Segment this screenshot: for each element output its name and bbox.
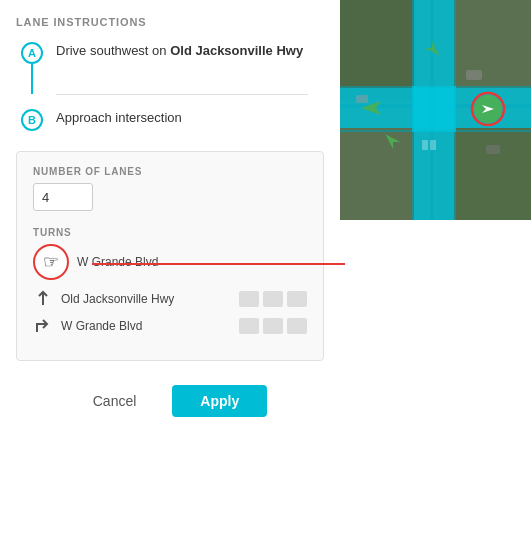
lane-box[interactable] [263,318,283,334]
lane-box[interactable] [239,318,259,334]
turns-label: TURNS [33,227,307,238]
lane-box[interactable] [239,291,259,307]
svg-rect-1 [336,0,416,100]
section-title: LANE INSTRUCTIONS [0,16,340,40]
instruction-row-b: B Approach intersection [16,107,324,143]
instructions-list: A Drive southwest on Old Jacksonville Hw… [0,40,340,143]
instruction-row-a: A Drive southwest on Old Jacksonville Hw… [16,40,324,94]
road-name-bold: Old Jacksonville Hwy [170,43,303,58]
apply-button[interactable]: Apply [172,385,267,417]
instruction-text-a: Drive southwest on Old Jacksonville Hwy [48,40,303,76]
turn-icon-right [33,318,53,334]
waypoint-b: B [21,109,43,131]
number-of-lanes-label: NUMBER OF LANES [33,166,307,177]
svg-rect-20 [466,70,482,80]
turns-section: TURNS ☞ W Grande Blvd [33,227,307,334]
divider-a [56,94,308,95]
waypoint-col-a: A [16,40,48,94]
lane-boxes-1 [239,291,307,307]
turn-cursor-circle: ☞ [33,244,69,280]
map-panel [336,0,531,220]
cancel-button[interactable]: Cancel [73,385,157,417]
lane-box[interactable] [263,291,283,307]
lane-config-box: NUMBER OF LANES TURNS ☞ W Grande Blvd [16,151,324,361]
turn-label-1: Old Jacksonville Hwy [61,292,239,306]
main-container: LANE INSTRUCTIONS A Drive southwest on O… [0,0,531,541]
number-of-lanes-input[interactable] [33,183,93,211]
svg-rect-19 [430,140,436,150]
svg-rect-22 [356,95,368,103]
left-panel: LANE INSTRUCTIONS A Drive southwest on O… [0,0,340,541]
waypoint-line-a [31,64,33,94]
turn-label-0: W Grande Blvd [69,255,307,269]
turn-row-2: W Grande Blvd [33,318,307,334]
turn-label-2: W Grande Blvd [61,319,239,333]
waypoint-a: A [21,42,43,64]
waypoint-col-b: B [16,107,48,131]
svg-rect-11 [412,86,456,132]
lane-boxes-2 [239,318,307,334]
lane-box[interactable] [287,318,307,334]
instruction-text-b: Approach intersection [48,107,182,143]
turn-icon-up [33,290,53,308]
map-image [336,0,531,220]
cursor-hand-icon: ☞ [43,251,59,273]
lane-box[interactable] [287,291,307,307]
svg-rect-21 [486,145,500,154]
turn-row-0: ☞ W Grande Blvd [33,244,307,280]
footer-buttons: Cancel Apply [0,365,340,433]
svg-rect-18 [422,140,428,150]
turn-row-1: Old Jacksonville Hwy [33,290,307,308]
